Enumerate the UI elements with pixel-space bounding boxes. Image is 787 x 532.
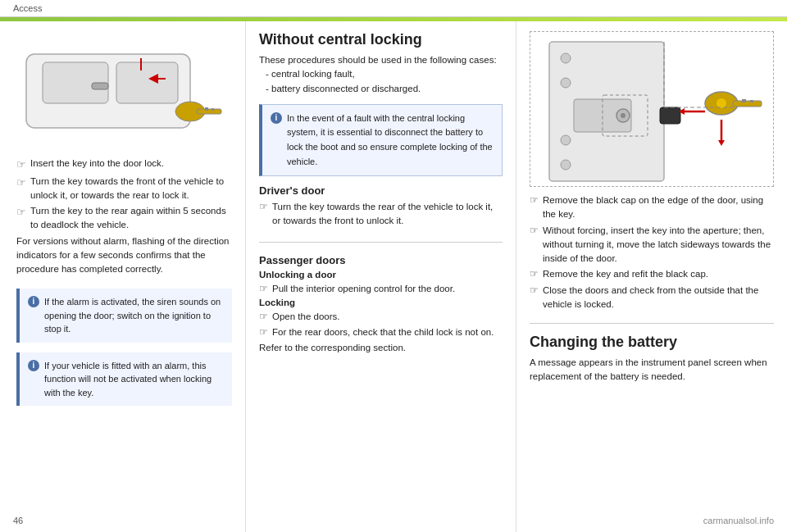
svg-marker-24 xyxy=(718,140,725,146)
left-text-area: ☞ Insert the key into the door lock. ☞ T… xyxy=(16,157,232,279)
page-number: 46 xyxy=(13,516,23,525)
info-box-1-text: If the alarm is activated, the siren sou… xyxy=(44,295,224,336)
svg-rect-7 xyxy=(92,83,108,89)
right-bullet-1: ☞ Remove the black cap on the edge of th… xyxy=(530,193,774,222)
battery-title: Changing the battery xyxy=(530,334,774,351)
locking-arrow-2: ☞ xyxy=(259,325,268,339)
passenger-doors-section: Passenger doors Unlocking a door ☞ Pull … xyxy=(259,254,503,356)
drivers-door-bullet: ☞ Turn the key towards the rear of the v… xyxy=(259,200,503,229)
unlocking-bullet: ☞ Pull the interior opening control for … xyxy=(259,282,503,296)
info-box-1: i If the alarm is activated, the siren s… xyxy=(16,289,232,343)
right-bullet-3: ☞ Remove the key and refit the black cap… xyxy=(530,267,774,281)
door-key-illustration xyxy=(533,34,771,185)
bullet-arrow-2: ☞ xyxy=(16,175,26,203)
info-box-mid: i In the event of a fault with the centr… xyxy=(259,104,503,176)
drivers-door-section: Driver's door ☞ Turn the key towards the… xyxy=(259,184,503,230)
svg-rect-22 xyxy=(660,107,680,124)
cl-bullet-2: battery disconnected or discharged. xyxy=(266,82,503,96)
svg-rect-5 xyxy=(205,107,208,111)
info-icon-2: i xyxy=(28,360,39,371)
page: Access xyxy=(0,0,787,532)
right-arrow-3: ☞ xyxy=(530,267,539,281)
svg-rect-20 xyxy=(742,99,746,102)
intro-text: These procedures should be used in the f… xyxy=(259,53,503,67)
svg-rect-21 xyxy=(750,100,753,102)
svg-point-12 xyxy=(561,53,571,63)
divider-right xyxy=(530,323,774,324)
info-icon-mid: i xyxy=(271,112,282,124)
locking-label: Locking xyxy=(259,298,503,307)
svg-point-11 xyxy=(621,113,626,118)
top-bar: Access xyxy=(0,0,787,17)
battery-text: A message appears in the instrument pane… xyxy=(530,356,774,384)
passenger-doors-title: Passenger doors xyxy=(259,254,503,266)
right-arrow-4: ☞ xyxy=(530,284,539,312)
svg-point-13 xyxy=(561,78,571,88)
middle-column: Without central locking These procedures… xyxy=(246,21,516,532)
svg-point-15 xyxy=(561,160,571,170)
central-locking-list: central locking fault, battery disconnec… xyxy=(259,67,503,96)
left-body-text: For versions without alarm, flashing of … xyxy=(16,234,232,277)
watermark: carmanualsol.info xyxy=(703,516,774,525)
right-arrow-1: ☞ xyxy=(530,193,539,222)
car-key-illustration xyxy=(18,38,231,144)
right-bullet-4: ☞ Close the doors and check from the out… xyxy=(530,284,774,312)
svg-rect-4 xyxy=(197,109,221,114)
unlocking-label: Unlocking a door xyxy=(259,270,503,280)
locking-note: Refer to the corresponding section. xyxy=(259,341,503,355)
drivers-door-arrow: ☞ xyxy=(259,200,268,229)
left-bullet-1: ☞ Insert the key into the door lock. xyxy=(16,157,232,173)
left-bullet-2: ☞ Turn the key towards the front of the … xyxy=(16,175,232,203)
divider-1 xyxy=(259,242,503,243)
locking-bullet-2: ☞ For the rear doors, check that the chi… xyxy=(259,325,503,339)
svg-point-18 xyxy=(716,98,726,108)
bullet-arrow-1: ☞ xyxy=(16,157,26,173)
right-bullets-area: ☞ Remove the black cap on the edge of th… xyxy=(530,193,774,313)
cl-bullet-1: central locking fault, xyxy=(266,67,503,81)
unlocking-arrow: ☞ xyxy=(259,282,268,296)
section-main-title: Without central locking xyxy=(259,31,503,48)
info-box-mid-text: In the event of a fault with the central… xyxy=(287,111,494,169)
right-column: ☞ Remove the black cap on the edge of th… xyxy=(516,21,787,532)
svg-rect-19 xyxy=(733,101,762,107)
main-content: ☞ Insert the key into the door lock. ☞ T… xyxy=(0,21,787,532)
bullet-arrow-3: ☞ xyxy=(16,204,26,233)
locking-arrow-1: ☞ xyxy=(259,310,268,324)
svg-rect-2 xyxy=(116,62,178,103)
locking-bullet-1: ☞ Open the doors. xyxy=(259,310,503,324)
info-box-2: i If your vehicle is fitted with an alar… xyxy=(16,352,232,407)
left-column: ☞ Insert the key into the door lock. ☞ T… xyxy=(0,21,246,532)
svg-rect-6 xyxy=(212,108,214,111)
right-arrow-2: ☞ xyxy=(530,224,539,266)
drivers-door-title: Driver's door xyxy=(259,184,503,197)
info-box-2-text: If your vehicle is fitted with an alarm,… xyxy=(44,359,224,400)
without-central-locking-section: Without central locking These procedures… xyxy=(259,31,503,96)
battery-section: Changing the battery A message appears i… xyxy=(530,334,774,384)
car-image-area xyxy=(16,31,232,150)
door-image-area xyxy=(530,31,774,187)
right-bullet-2: ☞ Without forcing, insert the key into t… xyxy=(530,224,774,266)
info-icon-1: i xyxy=(28,296,39,307)
left-bullet-3: ☞ Turn the key to the rear again within … xyxy=(16,204,232,233)
svg-point-14 xyxy=(561,135,571,145)
page-section-title: Access xyxy=(13,3,42,13)
